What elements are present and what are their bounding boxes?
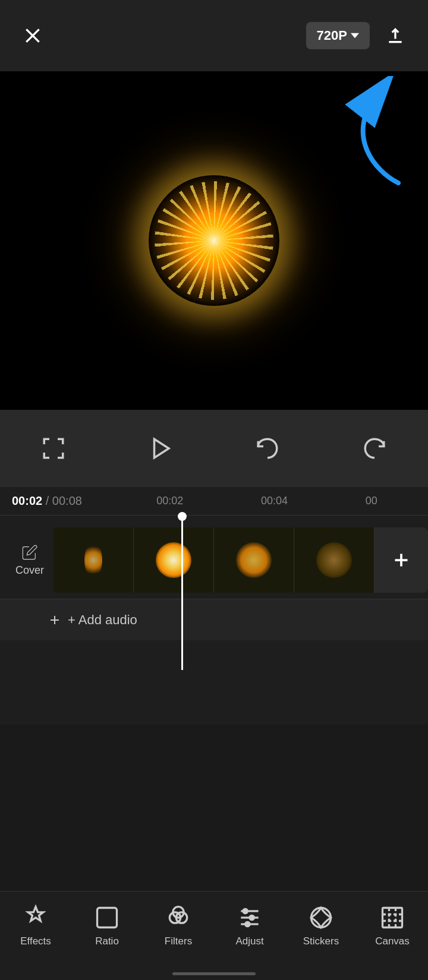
quality-button[interactable]: 720P (306, 22, 370, 49)
svg-point-17 (243, 909, 247, 913)
effects-label: Effects (20, 935, 51, 947)
tool-filters[interactable]: Filters (143, 902, 214, 947)
top-bar: 720P (0, 0, 428, 71)
filters-label: Filters (165, 935, 192, 947)
ruler-marks: 00:02 00:04 00 (82, 495, 416, 507)
total-time: / 00:08 (42, 494, 82, 508)
ratio-label: Ratio (95, 935, 119, 947)
timeline-ruler: 00:02 / 00:08 00:02 00:04 00 (0, 487, 428, 516)
svg-point-18 (250, 915, 254, 919)
clip-4[interactable] (294, 527, 374, 593)
bottom-toolbar: Effects Ratio Filters Adjust (0, 891, 428, 980)
redo-button[interactable] (321, 436, 428, 461)
video-preview (0, 71, 428, 410)
svg-point-20 (311, 908, 331, 928)
stickers-label: Stickers (303, 935, 339, 947)
cover-label: Cover (6, 544, 54, 577)
canvas-label: Canvas (375, 935, 410, 947)
firework-visual (149, 175, 279, 306)
current-time: 00:02 (12, 494, 42, 508)
fullscreen-button[interactable] (0, 436, 107, 461)
add-clip-button[interactable] (374, 527, 428, 593)
tool-canvas[interactable]: Canvas (357, 902, 428, 947)
play-button[interactable] (107, 436, 214, 461)
svg-rect-21 (383, 908, 402, 928)
home-indicator (172, 972, 256, 975)
video-clips[interactable] (54, 527, 428, 593)
add-audio-button[interactable]: + Add audio (48, 612, 137, 628)
playback-controls (0, 410, 428, 487)
clip-1[interactable] (54, 527, 134, 593)
svg-point-19 (246, 922, 250, 926)
undo-button[interactable] (214, 436, 321, 461)
svg-rect-10 (97, 908, 117, 928)
tool-effects[interactable]: Effects (0, 902, 71, 947)
export-button[interactable] (380, 21, 410, 50)
timeline-area: 00:02 / 00:08 00:02 00:04 00 Cover (0, 487, 428, 725)
clip-2[interactable] (134, 527, 214, 593)
svg-marker-5 (155, 439, 169, 458)
timeline-tracks: Cover (0, 516, 428, 670)
tool-adjust[interactable]: Adjust (214, 902, 285, 947)
tool-ratio[interactable]: Ratio (71, 902, 143, 947)
add-audio-label: + Add audio (68, 612, 137, 628)
cover-track: Cover (0, 521, 428, 599)
adjust-label: Adjust (235, 935, 263, 947)
empty-space (0, 725, 428, 897)
close-button[interactable] (18, 21, 48, 50)
tool-stickers[interactable]: Stickers (285, 902, 357, 947)
playhead[interactable] (181, 516, 183, 670)
add-audio-row: + Add audio (0, 599, 428, 640)
clip-3[interactable] (214, 527, 294, 593)
top-right-controls: 720P (306, 21, 410, 50)
